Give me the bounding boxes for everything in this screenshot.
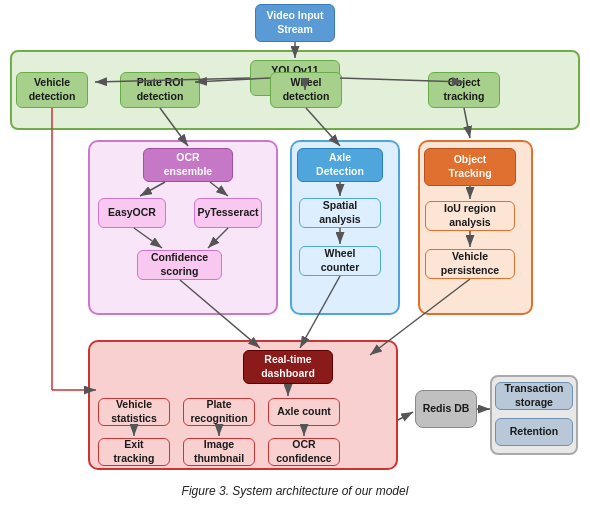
wheel-detection-label: Wheeldetection xyxy=(283,76,330,103)
easyocr-box: EasyOCR xyxy=(98,198,166,228)
video-input-stream-box: Video Input Stream xyxy=(255,4,335,42)
spatial-analysis-box: Spatialanalysis xyxy=(299,198,381,228)
plate-recognition-label: Platerecognition xyxy=(190,398,247,425)
caption-text: Figure 3. System architecture of our mod… xyxy=(182,484,409,498)
object-tracking-header-label: ObjectTracking xyxy=(448,153,491,180)
vehicle-detection-label: Vehicledetection xyxy=(29,76,76,103)
iou-region-box: IoU regionanalysis xyxy=(425,201,515,231)
axle-detection-box: AxleDetection xyxy=(297,148,383,182)
axle-count-label: Axle count xyxy=(277,405,331,419)
plate-recognition-box: Platerecognition xyxy=(183,398,255,426)
video-input-stream-label: Video Input Stream xyxy=(262,9,328,36)
vehicle-persistence-box: Vehiclepersistence xyxy=(425,249,515,279)
figure-caption: Figure 3. System architecture of our mod… xyxy=(0,484,590,498)
axle-detection-label: AxleDetection xyxy=(316,151,364,178)
pytesseract-label: PyTesseract xyxy=(197,206,258,220)
ocr-confidence-box: OCRconfidence xyxy=(268,438,340,466)
wheel-counter-box: Wheelcounter xyxy=(299,246,381,276)
realtime-dashboard-box: Real-timedashboard xyxy=(243,350,333,384)
pytesseract-box: PyTesseract xyxy=(194,198,262,228)
iou-region-label: IoU regionanalysis xyxy=(444,202,496,229)
redis-db-label: Redis DB xyxy=(423,402,470,416)
spatial-analysis-label: Spatialanalysis xyxy=(319,199,360,226)
exit-tracking-box: Exit tracking xyxy=(98,438,170,466)
image-thumbnail-label: Imagethumbnail xyxy=(194,438,244,465)
plate-roi-label: Plate ROIdetection xyxy=(137,76,184,103)
wheel-counter-label: Wheelcounter xyxy=(321,247,360,274)
vehicle-statistics-label: Vehiclestatistics xyxy=(111,398,157,425)
transaction-storage-label: Transactionstorage xyxy=(505,382,564,409)
ocr-ensemble-label: OCRensemble xyxy=(164,151,212,178)
object-tracking-top-label: Objecttracking xyxy=(444,76,485,103)
transaction-storage-box: Transactionstorage xyxy=(495,382,573,410)
ocr-ensemble-box: OCRensemble xyxy=(143,148,233,182)
vehicle-statistics-box: Vehiclestatistics xyxy=(98,398,170,426)
ocr-confidence-label: OCRconfidence xyxy=(276,438,331,465)
redis-db-box: Redis DB xyxy=(415,390,477,428)
retention-box: Retention xyxy=(495,418,573,446)
axle-count-box: Axle count xyxy=(268,398,340,426)
svg-line-26 xyxy=(398,412,413,420)
object-tracking-header-box: ObjectTracking xyxy=(424,148,516,186)
vehicle-persistence-label: Vehiclepersistence xyxy=(441,250,499,277)
image-thumbnail-box: Imagethumbnail xyxy=(183,438,255,466)
wheel-detection-box: Wheeldetection xyxy=(270,72,342,108)
vehicle-detection-box: Vehicledetection xyxy=(16,72,88,108)
realtime-dashboard-label: Real-timedashboard xyxy=(261,353,315,380)
easyocr-label: EasyOCR xyxy=(108,206,156,220)
retention-label: Retention xyxy=(510,425,558,439)
exit-tracking-label: Exit tracking xyxy=(105,438,163,465)
object-tracking-top-box: Objecttracking xyxy=(428,72,500,108)
confidence-scoring-label: Confidencescoring xyxy=(151,251,208,278)
confidence-scoring-box: Confidencescoring xyxy=(137,250,222,280)
diagram: Video Input Stream YOLOv11 detection Veh… xyxy=(0,0,590,500)
plate-roi-box: Plate ROIdetection xyxy=(120,72,200,108)
